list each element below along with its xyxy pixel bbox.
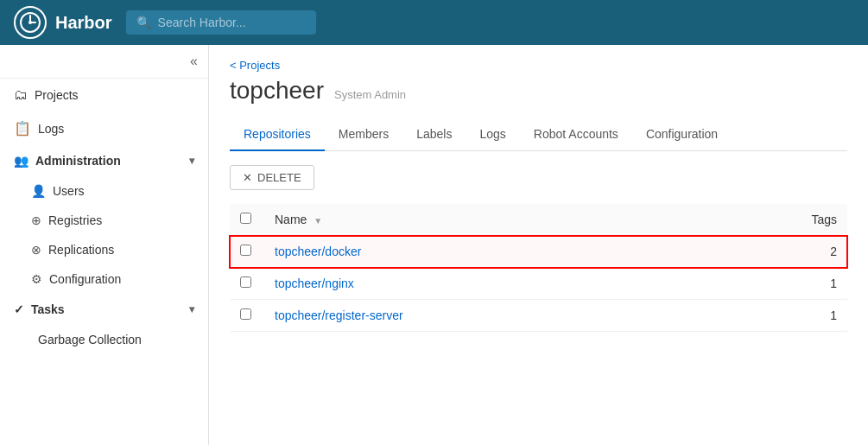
row-tags-cell: 2 [778, 236, 847, 268]
row-checkbox[interactable] [240, 245, 251, 256]
chevron-down-icon: ▾ [189, 155, 194, 167]
sidebar-section-administration[interactable]: 👥 Administration ▾ [0, 145, 208, 176]
app-name: Harbor [55, 13, 112, 33]
tabs: Repositories Members Labels Logs Robot A… [230, 118, 847, 151]
tab-configuration[interactable]: Configuration [632, 118, 732, 151]
page-title: topcheer [230, 77, 324, 105]
search-bar[interactable]: 🔍 [126, 10, 316, 35]
repo-link[interactable]: topcheer/nginx [275, 277, 354, 290]
sort-icon: ▼ [314, 216, 322, 226]
tab-labels[interactable]: Labels [402, 118, 466, 151]
sidebar-sub-item-label: Garbage Collection [38, 333, 142, 346]
table-row: topcheer/docker 2 [230, 236, 847, 268]
repo-link[interactable]: topcheer/docker [275, 245, 361, 258]
sidebar-item-garbage-collection[interactable]: Garbage Collection [0, 325, 208, 354]
row-check-cell [230, 236, 264, 268]
administration-icon: 👥 [14, 154, 29, 168]
page-header: topcheer System Admin [230, 77, 847, 105]
sidebar-collapse-button[interactable]: « [190, 54, 198, 69]
sidebar-item-projects[interactable]: 🗂 Projects [0, 79, 208, 111]
row-check-cell [230, 300, 264, 332]
sidebar-section-label: Administration [35, 154, 121, 168]
sidebar-item-registries[interactable]: ⊕ Registries [0, 206, 208, 235]
tab-repositories[interactable]: Repositories [230, 118, 325, 151]
page-subtitle: System Admin [334, 88, 406, 101]
users-icon: 👤 [31, 184, 46, 198]
tasks-icon: ✓ [14, 302, 24, 316]
row-checkbox[interactable] [240, 277, 251, 288]
row-name-cell: topcheer/register-server [264, 300, 778, 332]
layout: « 🗂 Projects 📋 Logs 👥 Administration ▾ 👤… [0, 45, 868, 445]
svg-point-1 [29, 21, 32, 24]
sidebar-item-label: Projects [35, 88, 79, 102]
row-tags-cell: 1 [778, 268, 847, 300]
row-checkbox[interactable] [240, 308, 251, 320]
row-name-cell: topcheer/nginx [264, 268, 778, 300]
logo[interactable]: Harbor [14, 6, 112, 39]
top-nav: Harbor 🔍 [0, 0, 868, 45]
registries-icon: ⊕ [31, 213, 41, 227]
harbor-logo-icon [14, 6, 47, 39]
tab-members[interactable]: Members [325, 118, 402, 151]
col-header-tags: Tags [778, 204, 847, 236]
delete-x-icon: ✕ [243, 171, 252, 184]
col-tags-label: Tags [811, 213, 837, 226]
replications-icon: ⊗ [31, 243, 41, 257]
sidebar-sub-item-label: Configuration [49, 272, 121, 286]
logs-icon: 📋 [14, 120, 31, 137]
sidebar-section-label: Tasks [31, 302, 65, 316]
delete-label: DELETE [257, 171, 301, 184]
delete-button[interactable]: ✕ DELETE [230, 165, 314, 190]
sidebar-item-users[interactable]: 👤 Users [0, 176, 208, 206]
row-name-cell: topcheer/docker [264, 236, 778, 268]
select-all-checkbox[interactable] [240, 213, 251, 224]
table-row: topcheer/register-server 1 [230, 300, 847, 332]
breadcrumb[interactable]: < Projects [230, 59, 847, 72]
sidebar-section-tasks[interactable]: ✓ Tasks ▾ [0, 294, 208, 325]
sidebar-sub-item-label: Replications [48, 243, 114, 257]
tab-logs[interactable]: Logs [466, 118, 519, 151]
main-content: < Projects topcheer System Admin Reposit… [209, 45, 868, 445]
sidebar-item-logs[interactable]: 📋 Logs [0, 111, 208, 145]
col-name-label: Name [275, 213, 307, 226]
projects-icon: 🗂 [14, 87, 28, 103]
col-header-name[interactable]: Name ▼ [264, 204, 778, 236]
sidebar-collapse-area: « [0, 45, 208, 79]
col-header-check [230, 204, 264, 236]
sidebar-sub-item-label: Users [53, 184, 85, 198]
sidebar-item-replications[interactable]: ⊗ Replications [0, 235, 208, 264]
config-icon: ⚙ [31, 272, 42, 286]
sidebar: « 🗂 Projects 📋 Logs 👥 Administration ▾ 👤… [0, 45, 209, 445]
sidebar-item-configuration[interactable]: ⚙ Configuration [0, 264, 208, 294]
search-icon: 🔍 [136, 16, 151, 29]
repo-link[interactable]: topcheer/register-server [275, 308, 403, 322]
chevron-down-icon-tasks: ▾ [189, 303, 194, 315]
tab-robot-accounts[interactable]: Robot Accounts [520, 118, 632, 151]
row-tags-cell: 1 [778, 300, 847, 332]
sidebar-sub-item-label: Registries [48, 213, 102, 227]
row-check-cell [230, 268, 264, 300]
search-input[interactable] [158, 16, 305, 29]
repositories-table: Name ▼ Tags topcheer/docker 2 [230, 204, 847, 332]
sidebar-item-label: Logs [38, 122, 64, 136]
table-row: topcheer/nginx 1 [230, 268, 847, 300]
